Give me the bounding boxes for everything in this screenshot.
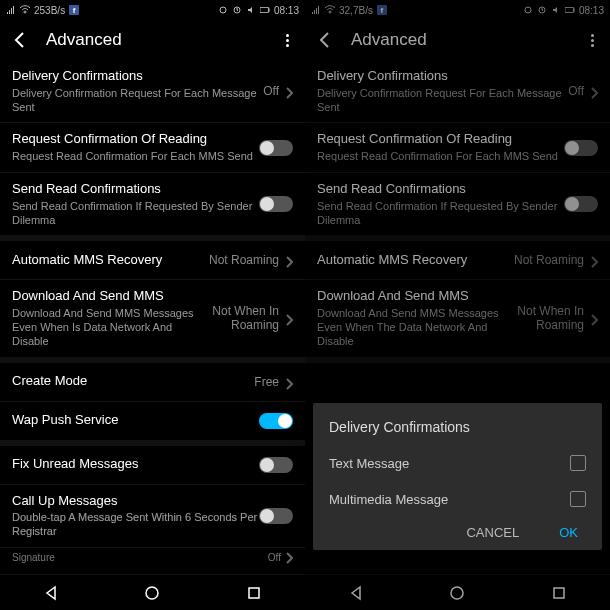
row-subtitle: Request Read Confirmation For Each MMS S… bbox=[317, 150, 564, 164]
toggle-switch[interactable] bbox=[259, 508, 293, 524]
row-value: Off bbox=[568, 84, 584, 98]
row-title: Delivery Confirmations bbox=[317, 68, 568, 85]
row-title: Send Read Confirmations bbox=[317, 181, 564, 198]
delivery-confirmations-row[interactable]: Delivery Confirmations Delivery Confirma… bbox=[0, 60, 305, 122]
row-value: Not Roaming bbox=[209, 253, 279, 267]
status-bar: 32,7B/s f 08:13 bbox=[305, 0, 610, 20]
chevron-right-icon bbox=[590, 85, 598, 97]
facebook-icon: f bbox=[69, 5, 79, 15]
toggle-switch[interactable] bbox=[564, 196, 598, 212]
send-read-confirmations-row[interactable]: Send Read Confirmations Send Read Confir… bbox=[305, 173, 610, 235]
battery-icon bbox=[565, 5, 575, 15]
chevron-right-icon bbox=[590, 254, 598, 266]
toggle-switch[interactable] bbox=[259, 457, 293, 473]
nfc-icon bbox=[218, 5, 228, 15]
download-send-mms-row[interactable]: Download And Send MMS Download And Send … bbox=[0, 280, 305, 356]
row-title: Automatic MMS Recovery bbox=[317, 252, 514, 269]
row-title: Request Confirmation Of Reading bbox=[12, 131, 259, 148]
net-speed: 32,7B/s bbox=[339, 5, 373, 16]
sound-icon bbox=[551, 5, 561, 15]
row-title: Send Read Confirmations bbox=[12, 181, 259, 198]
svg-rect-3 bbox=[268, 8, 269, 11]
row-title: Download And Send MMS bbox=[317, 288, 504, 305]
app-header: Advanced bbox=[305, 20, 610, 60]
row-title: Create Mode bbox=[12, 373, 254, 390]
back-button[interactable] bbox=[315, 30, 335, 50]
chevron-right-icon bbox=[285, 85, 293, 97]
dialog-cancel-button[interactable]: CANCEL bbox=[466, 525, 519, 540]
dialog-title: Delivery Confirmations bbox=[313, 415, 602, 445]
status-bar: 253B/s f 08:13 bbox=[0, 0, 305, 20]
download-send-mms-row[interactable]: Download And Send MMS Download And Send … bbox=[305, 280, 610, 356]
row-value: Free bbox=[254, 375, 279, 389]
nav-home-button[interactable] bbox=[446, 582, 468, 604]
nfc-icon bbox=[523, 5, 533, 15]
checkbox[interactable] bbox=[570, 455, 586, 471]
toggle-switch[interactable] bbox=[259, 413, 293, 429]
phone-left: 253B/s f 08:13 Advanced Delivery Confirm… bbox=[0, 0, 305, 610]
chevron-right-icon bbox=[285, 376, 293, 388]
system-nav-bar bbox=[0, 574, 305, 610]
facebook-icon: f bbox=[377, 5, 387, 15]
overflow-menu-button[interactable] bbox=[584, 30, 600, 50]
clock-text: 08:13 bbox=[579, 5, 604, 16]
dialog-option-label: Multimedia Message bbox=[329, 492, 448, 507]
svg-point-0 bbox=[220, 7, 226, 13]
automatic-mms-recovery-row[interactable]: Automatic MMS Recovery Not Roaming bbox=[0, 241, 305, 279]
request-read-confirmation-row[interactable]: Request Confirmation Of Reading Request … bbox=[0, 123, 305, 172]
delivery-confirmations-row[interactable]: Delivery Confirmations Delivery Confirma… bbox=[305, 60, 610, 122]
request-read-confirmation-row[interactable]: Request Confirmation Of Reading Request … bbox=[305, 123, 610, 172]
signature-label: Signature bbox=[12, 552, 55, 563]
svg-rect-8 bbox=[565, 8, 573, 13]
row-title: Request Confirmation Of Reading bbox=[317, 131, 564, 148]
svg-point-4 bbox=[146, 587, 158, 599]
nav-recent-button[interactable] bbox=[243, 582, 265, 604]
dialog-ok-button[interactable]: OK bbox=[559, 525, 578, 540]
phone-right: 32,7B/s f 08:13 Advanced Delivery Confir… bbox=[305, 0, 610, 610]
sound-icon bbox=[246, 5, 256, 15]
row-value: Not Roaming bbox=[514, 253, 584, 267]
nav-recent-button[interactable] bbox=[548, 582, 570, 604]
fix-unread-messages-row[interactable]: Fix Unread Messages bbox=[0, 446, 305, 484]
row-subtitle: Download And Send MMS Messages Even When… bbox=[317, 307, 504, 348]
signature-value: Off bbox=[268, 552, 281, 563]
toggle-switch[interactable] bbox=[259, 196, 293, 212]
create-mode-row[interactable]: Create Mode Free bbox=[0, 363, 305, 401]
svg-rect-11 bbox=[554, 588, 564, 598]
chevron-right-icon bbox=[590, 312, 598, 324]
svg-point-6 bbox=[525, 7, 531, 13]
signature-row[interactable]: Signature Off bbox=[0, 548, 305, 568]
send-read-confirmations-row[interactable]: Send Read Confirmations Send Read Confir… bbox=[0, 173, 305, 235]
row-title: Wap Push Service bbox=[12, 412, 259, 429]
nav-home-button[interactable] bbox=[141, 582, 163, 604]
overflow-menu-button[interactable] bbox=[279, 30, 295, 50]
nav-back-button[interactable] bbox=[40, 582, 62, 604]
nav-back-button[interactable] bbox=[345, 582, 367, 604]
toggle-switch[interactable] bbox=[259, 140, 293, 156]
checkbox[interactable] bbox=[570, 491, 586, 507]
wifi-icon bbox=[20, 5, 30, 15]
battery-icon bbox=[260, 5, 270, 15]
svg-rect-9 bbox=[573, 8, 574, 11]
row-subtitle: Delivery Confirmation Request For Each M… bbox=[317, 87, 568, 115]
row-value: Not When In Roaming bbox=[199, 304, 279, 332]
dialog-option-text-message[interactable]: Text Message bbox=[313, 445, 602, 481]
row-value: Off bbox=[263, 84, 279, 98]
automatic-mms-recovery-row[interactable]: Automatic MMS Recovery Not Roaming bbox=[305, 241, 610, 279]
call-up-messages-row[interactable]: Call Up Messages Double-tap A Message Se… bbox=[0, 485, 305, 547]
svg-point-10 bbox=[451, 587, 463, 599]
svg-rect-5 bbox=[249, 588, 259, 598]
signal-icon bbox=[6, 5, 16, 15]
dialog-option-multimedia-message[interactable]: Multimedia Message bbox=[313, 481, 602, 517]
system-nav-bar bbox=[305, 574, 610, 610]
app-header: Advanced bbox=[0, 20, 305, 60]
back-button[interactable] bbox=[10, 30, 30, 50]
row-title: Call Up Messages bbox=[12, 493, 259, 510]
svg-rect-2 bbox=[260, 8, 268, 13]
row-subtitle: Send Read Confirmation If Requested By S… bbox=[12, 200, 259, 228]
wap-push-service-row[interactable]: Wap Push Service bbox=[0, 402, 305, 440]
toggle-switch[interactable] bbox=[564, 140, 598, 156]
chevron-right-icon bbox=[285, 552, 293, 564]
row-subtitle: Send Read Confirmation If Requested By S… bbox=[317, 200, 564, 228]
page-title: Advanced bbox=[46, 30, 263, 50]
